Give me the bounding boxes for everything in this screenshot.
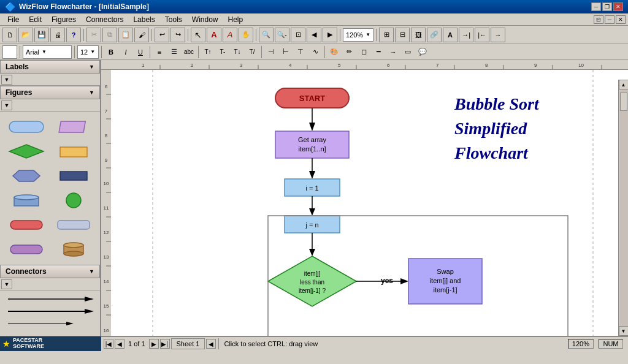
line-width-button[interactable]: ━ (372, 46, 385, 58)
fill-color-button[interactable]: 🎨 (327, 46, 341, 58)
menu-edit[interactable]: Edit (24, 13, 47, 25)
text-block-tool[interactable]: A (207, 28, 221, 42)
page-prev-button[interactable]: ◀ (115, 339, 124, 349)
copy-button[interactable]: ⧉ (102, 28, 117, 42)
menu-window[interactable]: Window (187, 13, 223, 25)
figure-rect-orange[interactable] (52, 141, 96, 162)
page-first-button[interactable]: |◀ (104, 339, 113, 349)
font-dropdown[interactable]: Arial ▼ (23, 45, 72, 59)
underline-button[interactable]: U (134, 46, 147, 58)
zoom-dropdown[interactable]: 120% ▼ (343, 28, 373, 42)
figure-rounded-rect[interactable] (5, 116, 48, 137)
scroll-thumb[interactable] (620, 93, 627, 111)
label-style-button[interactable]: A (443, 28, 458, 42)
page-next-button[interactable]: ▶ (149, 339, 159, 349)
connector-plain-arrow[interactable] (5, 294, 95, 304)
shadow-button[interactable]: ◻ (357, 46, 370, 58)
text-tool[interactable]: A (223, 28, 237, 42)
connector-lib-button[interactable]: 🔗 (427, 28, 442, 42)
figures-config-button[interactable]: ▼ (1, 100, 12, 110)
line-color-button[interactable]: ✏ (342, 46, 356, 58)
cut-button[interactable]: ✂ (86, 28, 101, 42)
new-button[interactable]: 🗋 (2, 28, 17, 42)
bold-button[interactable]: B (104, 46, 118, 58)
text-bot-button[interactable]: T↓ (231, 46, 244, 58)
figure-diamond[interactable] (5, 141, 48, 162)
callout-button[interactable]: 💬 (416, 46, 429, 58)
text-top-button[interactable]: T↑ (201, 46, 215, 58)
save-button[interactable]: 💾 (34, 28, 49, 42)
select-tool[interactable]: ↖ (191, 28, 205, 42)
mdi-close-button[interactable]: ✕ (616, 15, 626, 24)
figure-drum[interactable] (52, 239, 96, 260)
canvas-inner[interactable]: Bubble Sort Simplified Flowchart START G… (111, 70, 628, 336)
figures-section-header[interactable]: Figures ▼ (0, 86, 100, 99)
undo-button[interactable]: ↩ (155, 28, 169, 42)
mdi-restore-button[interactable]: ⊟ (594, 15, 603, 24)
nav-forward-button[interactable]: →| (459, 28, 473, 42)
arrow-style-button[interactable]: → (386, 46, 400, 58)
figure-lib-button[interactable]: 🖼 (411, 28, 426, 42)
connectors-config-button[interactable]: ▼ (1, 279, 12, 289)
open-button[interactable]: 📂 (18, 28, 33, 42)
scroll-down-button[interactable]: ▼ (619, 326, 629, 336)
labels-section-header[interactable]: Labels ▼ (0, 60, 100, 74)
align-center-button[interactable]: ☰ (167, 46, 181, 58)
zoom-prev-button[interactable]: ◀ (307, 28, 321, 42)
line-curve-button[interactable]: ∿ (308, 46, 322, 58)
figure-rounded-rect-purple[interactable] (5, 239, 48, 260)
line-center-button[interactable]: ⊢ (279, 46, 293, 58)
menu-file[interactable]: File (2, 13, 24, 25)
restore-button[interactable]: ❐ (602, 2, 612, 11)
connectors-section-header[interactable]: Connectors ▼ (0, 265, 100, 278)
scroll-up-button[interactable]: ▲ (619, 80, 629, 89)
zoom-in-button[interactable]: 🔍 (259, 28, 274, 42)
drag-tool[interactable]: ✋ (239, 28, 253, 42)
menu-connectors[interactable]: Connectors (81, 13, 128, 25)
figure-cloud[interactable] (52, 214, 96, 235)
font-size-dropdown[interactable]: 12 ▼ (77, 45, 99, 59)
zoom-next-button[interactable]: ▶ (323, 28, 337, 42)
align-left-button[interactable]: ≡ (153, 46, 166, 58)
connector-short-arrow[interactable] (5, 319, 95, 328)
close-button[interactable]: ✕ (613, 2, 623, 11)
canvas-area[interactable]: 1 2 3 4 5 6 7 8 9 10 (101, 60, 628, 336)
font-plain-button[interactable]: abc (182, 46, 196, 58)
nav-back-button[interactable]: |← (475, 28, 489, 42)
figure-terminal[interactable] (5, 214, 48, 235)
figure-parallelogram[interactable] (52, 116, 96, 137)
snap-button[interactable]: ⊟ (395, 28, 410, 42)
print-button[interactable]: 🖨 (50, 28, 65, 42)
figure-cylinder[interactable] (5, 190, 48, 211)
redo-button[interactable]: ↪ (170, 28, 185, 42)
format-copy-button[interactable]: 🖌 (134, 28, 149, 42)
menu-labels[interactable]: Labels (128, 13, 159, 25)
page-add-button[interactable]: ◀ (206, 339, 216, 349)
page-last-button[interactable]: ▶| (160, 339, 170, 349)
page-tab[interactable]: Sheet 1 (171, 338, 205, 349)
scroll-track[interactable] (619, 89, 628, 326)
paste-button[interactable]: 📋 (118, 28, 133, 42)
figure-hexagon[interactable] (5, 165, 48, 186)
menu-help[interactable]: Help (223, 13, 248, 25)
help-icon-button[interactable]: ? (66, 28, 81, 42)
mdi-minimize-button[interactable]: ─ (605, 15, 615, 24)
line-left-button[interactable]: ⊣ (264, 46, 278, 58)
color-swatch[interactable] (2, 45, 17, 59)
vertical-scrollbar[interactable]: ▲ ▼ (618, 80, 628, 336)
no-line-button[interactable]: ▭ (401, 46, 415, 58)
text-mid-button[interactable]: T- (216, 46, 229, 58)
italic-button[interactable]: I (119, 46, 132, 58)
text-angle-button[interactable]: T/ (245, 46, 259, 58)
grid-button[interactable]: ⊞ (379, 28, 394, 42)
minimize-button[interactable]: ─ (591, 2, 601, 11)
figure-rect-dark[interactable] (52, 165, 96, 186)
menu-tools[interactable]: Tools (160, 13, 187, 25)
connector-double-arrow[interactable] (5, 306, 95, 316)
line-right-button[interactable]: ⊤ (294, 46, 307, 58)
menu-figures[interactable]: Figures (47, 13, 81, 25)
zoom-out-button[interactable]: 🔍- (275, 28, 289, 42)
labels-config-button[interactable]: ▼ (1, 75, 12, 85)
zoom-fit-button[interactable]: ⊡ (291, 28, 305, 42)
nav-next-button[interactable]: → (491, 28, 505, 42)
